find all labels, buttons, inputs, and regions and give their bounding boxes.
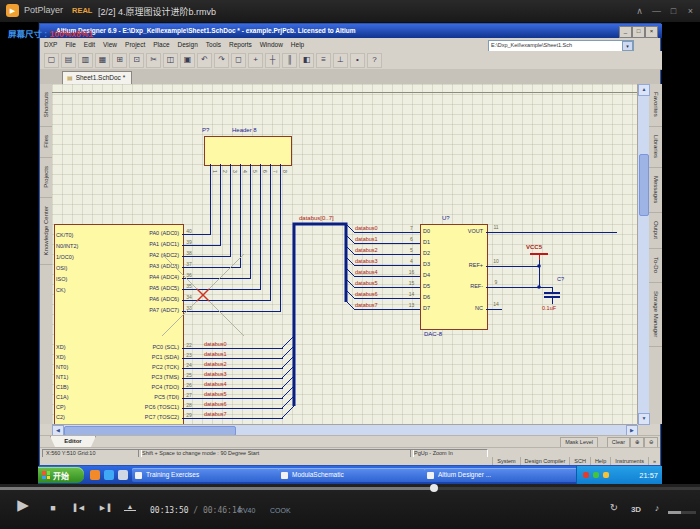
- left-panel-tab[interactable]: Shortcuts: [40, 84, 52, 127]
- windows-taskbar: 开始 Training Exercises ModulaSchematic Al…: [38, 466, 662, 484]
- task-icon: [135, 472, 142, 479]
- right-panel-tab[interactable]: Storage Manager: [649, 283, 662, 347]
- right-panel-tab[interactable]: Messages: [649, 168, 662, 213]
- osd-screen-size: 屏幕尺寸 : 100%x8%1: [8, 27, 93, 39]
- volume-fill: [668, 511, 681, 514]
- menu-item[interactable]: Help: [287, 41, 308, 48]
- toolbar-icon[interactable]: ⊥: [333, 53, 348, 68]
- menu-item[interactable]: View: [99, 41, 121, 48]
- panel-button[interactable]: Design Compiler: [520, 457, 570, 465]
- panel-button[interactable]: Help: [590, 457, 610, 465]
- previous-button[interactable]: ▌◀: [70, 504, 88, 512]
- menu-item[interactable]: Project: [121, 41, 149, 48]
- stop-button[interactable]: ■: [46, 503, 60, 513]
- left-panel-tab[interactable]: Files: [40, 127, 52, 158]
- toolbar-icon[interactable]: ✂: [146, 53, 161, 68]
- time-total: 00:46:14: [203, 506, 242, 515]
- left-panel-tab[interactable]: Projects: [40, 158, 52, 198]
- maximize-button[interactable]: □: [666, 4, 681, 18]
- toolbar-icon[interactable]: ?: [367, 53, 382, 68]
- toolbar-icon[interactable]: ║: [282, 53, 297, 68]
- document-path-combo[interactable]: E:\Dxp_Keil\example\Sheet1.Sch: [488, 40, 634, 52]
- right-panel-tab[interactable]: Output: [649, 213, 662, 249]
- tray-icon[interactable]: [593, 472, 599, 478]
- codec-badge: REAL: [72, 6, 92, 15]
- quicklaunch-icon[interactable]: [118, 470, 128, 480]
- close-button[interactable]: ×: [683, 4, 698, 18]
- menu-item[interactable]: File: [61, 41, 79, 48]
- panel-button[interactable]: SCH: [569, 457, 590, 465]
- pin-on-top-icon[interactable]: ∧: [632, 4, 647, 18]
- speaker-icon[interactable]: ♪: [650, 503, 664, 513]
- vertical-scrollbar[interactable]: ▲ ▼: [637, 84, 649, 424]
- right-panel-tab[interactable]: Favorites: [649, 84, 662, 127]
- panel-button[interactable]: System: [492, 457, 519, 465]
- open-media-button[interactable]: ▲: [124, 503, 136, 511]
- toolbar-icon[interactable]: ▤: [61, 53, 76, 68]
- altium-maximize-icon[interactable]: □: [632, 26, 645, 38]
- cursor-x-icon: [197, 289, 209, 301]
- menu-item[interactable]: Reports: [225, 41, 256, 48]
- scroll-down-icon[interactable]: ▼: [638, 413, 650, 425]
- scroll-up-icon[interactable]: ▲: [638, 84, 650, 96]
- schematic-canvas[interactable]: P? Header 8 U? DAC-8 PA0 (ADC0) 40 1: [52, 84, 637, 424]
- toolbar-icon[interactable]: ↶: [197, 53, 212, 68]
- tab-sheet1[interactable]: ▤Sheet1.SchDoc *: [62, 71, 132, 85]
- toolbar-icon[interactable]: ◫: [163, 53, 178, 68]
- toolbar-icon[interactable]: •: [350, 53, 365, 68]
- chevron-down-icon[interactable]: ▾: [622, 41, 633, 51]
- menu-item[interactable]: Tools: [202, 41, 225, 48]
- toolbar-icon[interactable]: ◧: [299, 53, 314, 68]
- toolbar-icon[interactable]: ≡: [316, 53, 331, 68]
- seekbar-fill: [0, 487, 434, 490]
- altium-window: Altium Designer 6.9 - E:\Dxp_Keil\exampl…: [39, 23, 661, 466]
- panel-button[interactable]: Instruments: [610, 457, 648, 465]
- quicklaunch-icon[interactable]: [104, 470, 114, 480]
- osd-value: 100%x8%1: [50, 29, 93, 39]
- next-button[interactable]: ▶▐: [96, 504, 114, 512]
- menu-item[interactable]: Place: [149, 41, 173, 48]
- right-panel-tab[interactable]: To-Do: [649, 249, 662, 283]
- toolbar-icon[interactable]: ↷: [214, 53, 229, 68]
- altium-close-icon[interactable]: ×: [645, 26, 658, 38]
- play-button[interactable]: ▶: [12, 496, 34, 514]
- toolbar-icon[interactable]: ◻: [231, 53, 246, 68]
- altium-minimize-icon[interactable]: _: [619, 26, 632, 38]
- altium-menubar: DXPFileEditViewProjectPlaceDesignToolsRe…: [40, 38, 660, 52]
- 3d-icon[interactable]: 3D: [628, 505, 644, 514]
- left-panel-tab[interactable]: Knowledge Center: [40, 198, 52, 265]
- right-panel-tab[interactable]: Libraries: [649, 127, 662, 168]
- task-button[interactable]: ModulaSchematic: [278, 468, 432, 482]
- toolbar-icon[interactable]: ▥: [78, 53, 93, 68]
- minimize-button[interactable]: —: [649, 4, 664, 18]
- task-buttons: Training Exercises ModulaSchematic Altiu…: [132, 466, 572, 484]
- task-icon: [427, 472, 434, 479]
- video-codec-badge: RV40: [238, 507, 255, 514]
- right-panel-tabs: FavoritesLibrariesMessagesOutputTo-DoSto…: [648, 84, 662, 424]
- toolbar-icon[interactable]: ▢: [44, 53, 59, 68]
- video-frame[interactable]: Altium Designer 6.9 - E:\Dxp_Keil\exampl…: [38, 22, 662, 484]
- scrollbar-thumb[interactable]: [639, 154, 649, 216]
- toolbar-icon[interactable]: ⊞: [112, 53, 127, 68]
- menu-item[interactable]: Window: [256, 41, 287, 48]
- task-button[interactable]: Training Exercises: [132, 468, 286, 482]
- document-tabbar: ▤Sheet1.SchDoc *: [40, 69, 660, 85]
- menu-item[interactable]: Edit: [80, 41, 99, 48]
- rotate-360-icon[interactable]: ↻: [606, 502, 622, 513]
- toolbar-icon[interactable]: ┼: [265, 53, 280, 68]
- quicklaunch-icon[interactable]: [90, 470, 100, 480]
- start-button[interactable]: 开始: [38, 467, 84, 483]
- toolbar-icon[interactable]: ▦: [95, 53, 110, 68]
- toolbar-icon[interactable]: ▣: [180, 53, 195, 68]
- seekbar-knob[interactable]: [430, 484, 438, 492]
- app-name: PotPlayer: [24, 5, 63, 15]
- time-display: 00:13:50 / 00:46:14: [150, 506, 242, 515]
- menu-item[interactable]: DXP: [40, 41, 61, 48]
- menu-item[interactable]: Design: [174, 41, 202, 48]
- tray-icon[interactable]: [583, 472, 589, 478]
- toolbar-icon[interactable]: ⊡: [129, 53, 144, 68]
- task-button[interactable]: Altium Designer ...: [424, 468, 578, 482]
- toolbar-icon[interactable]: +: [248, 53, 263, 68]
- panel-button[interactable]: »: [648, 457, 660, 465]
- tray-icon[interactable]: [603, 472, 609, 478]
